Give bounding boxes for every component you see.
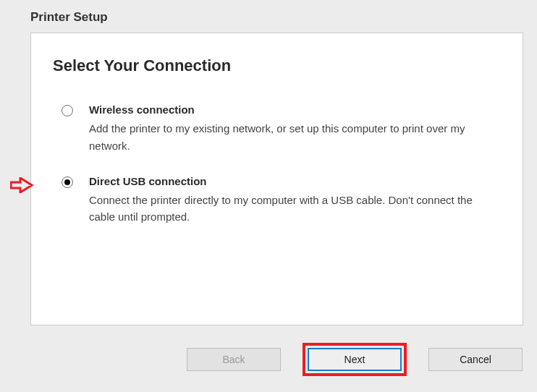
- option-desc: Add the printer to my existing network, …: [89, 120, 498, 154]
- option-desc: Connect the printer directly to my compu…: [89, 192, 498, 226]
- option-title: Wireless connection: [89, 103, 498, 117]
- window-title: Printer Setup: [30, 10, 108, 25]
- option-direct-usb[interactable]: Direct USB connection Connect the printe…: [62, 174, 498, 226]
- next-button[interactable]: Next: [308, 348, 402, 371]
- connection-options: Wireless connection Add the printer to m…: [53, 103, 498, 226]
- main-panel: Select Your Connection Wireless connecti…: [30, 33, 523, 325]
- option-text: Direct USB connection Connect the printe…: [89, 174, 498, 226]
- page-heading: Select Your Connection: [53, 56, 498, 75]
- option-wireless[interactable]: Wireless connection Add the printer to m…: [62, 103, 498, 154]
- back-button: Back: [187, 348, 281, 371]
- wireless-radio[interactable]: [62, 105, 73, 116]
- option-title: Direct USB connection: [89, 174, 498, 189]
- annotation-highlight: Next: [303, 343, 407, 376]
- option-text: Wireless connection Add the printer to m…: [89, 103, 498, 154]
- button-row: Back Next Cancel: [187, 343, 523, 376]
- direct-usb-radio[interactable]: [62, 176, 73, 188]
- cancel-button[interactable]: Cancel: [428, 348, 523, 371]
